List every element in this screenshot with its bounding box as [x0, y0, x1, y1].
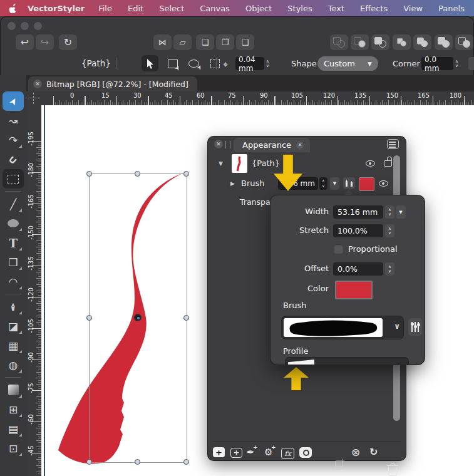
- panel-drag-handle-icon[interactable]: [225, 141, 230, 148]
- flip-horizontal-icon[interactable]: ⋈: [153, 34, 172, 50]
- close-panel-icon[interactable]: ✕: [214, 140, 223, 148]
- document-tab[interactable]: ✕ Bitmap [RGB] [@72.2%] - [Modified]: [28, 76, 197, 91]
- stroke-size-stepper[interactable]: ∧∨: [264, 57, 272, 70]
- snapshot-button[interactable]: [299, 447, 312, 458]
- add-effect-button[interactable]: ⚙+: [264, 447, 272, 458]
- remove-button[interactable]: ⊗: [351, 446, 360, 458]
- selection-handle-bottom-left[interactable]: [86, 459, 92, 465]
- brush-color-swatch[interactable]: [359, 177, 374, 191]
- profile-preview[interactable]: [286, 358, 408, 365]
- add-style-button[interactable]: +: [230, 448, 242, 458]
- stroke-size-field[interactable]: 0.04 mm: [235, 57, 264, 70]
- selection-handle-top-center[interactable]: [135, 171, 140, 177]
- selection-handle-middle-left[interactable]: [86, 315, 92, 321]
- lasso-selection-tool-button[interactable]: ➤: [185, 55, 202, 71]
- corner-stepper[interactable]: ∧∨: [453, 57, 461, 70]
- shape-tool[interactable]: ❒: [3, 252, 24, 272]
- menu-item[interactable]: Canvas: [200, 4, 230, 13]
- chevron-down-icon[interactable]: ∨: [394, 322, 400, 331]
- brush-sliders-icon[interactable]: [408, 318, 422, 336]
- ruler-origin-corner[interactable]: [26, 91, 41, 105]
- boolean-intersect-icon[interactable]: [393, 34, 411, 50]
- disclosure-closed-icon[interactable]: ▶: [230, 180, 235, 187]
- text-tool[interactable]: T: [3, 233, 24, 252]
- line-tool[interactable]: ╱: [3, 194, 24, 214]
- bend-tool[interactable]: ↷: [3, 130, 24, 150]
- offset-field[interactable]: 0.0%: [333, 262, 383, 276]
- sync-button[interactable]: ↻: [59, 34, 77, 50]
- menu-item[interactable]: View: [403, 4, 423, 13]
- node-editing-tool[interactable]: ↝: [3, 111, 24, 130]
- add-stroke-button[interactable]: ✒+: [247, 447, 255, 458]
- menu-item[interactable]: Text: [328, 4, 344, 13]
- shape-dropdown[interactable]: Custom ▼: [317, 56, 378, 71]
- boolean-trim-icon[interactable]: [455, 34, 473, 50]
- disclosure-open-icon[interactable]: ▼: [219, 160, 223, 167]
- selection-handle-middle-right[interactable]: [183, 315, 189, 321]
- menu-item[interactable]: Object: [245, 4, 272, 13]
- close-tab-icon[interactable]: ✕: [33, 80, 42, 88]
- add-fx-button[interactable]: fx: [281, 448, 294, 459]
- panel-menu-icon[interactable]: [387, 139, 399, 149]
- brush-row[interactable]: ▶ Brush .16 mm ∧∨ ▼: [208, 177, 406, 193]
- visibility-eye-icon[interactable]: [366, 160, 375, 167]
- warp-tool[interactable]: ◍: [3, 355, 24, 375]
- width-dropdown[interactable]: ▼: [396, 205, 406, 219]
- duplicate-button[interactable]: [335, 458, 345, 467]
- width-field[interactable]: 53.16 mm: [333, 205, 383, 219]
- selection-handle-top-right[interactable]: [183, 171, 189, 177]
- boolean-merge-icon[interactable]: [351, 34, 369, 50]
- path-item-row[interactable]: ▼ {Path}: [208, 154, 406, 175]
- brush-width-stepper[interactable]: ∧∨: [319, 177, 327, 190]
- redo-button[interactable]: ↪: [36, 34, 54, 50]
- ellipse-tool[interactable]: [3, 214, 24, 233]
- brush-options-icon[interactable]: [343, 177, 355, 189]
- brush-width-dropdown[interactable]: ▼: [330, 177, 339, 190]
- proportional-checkbox[interactable]: [334, 244, 343, 254]
- menu-item[interactable]: Edit: [128, 4, 143, 13]
- curve-tool[interactable]: ◠: [3, 272, 24, 291]
- pattern-brush-tool[interactable]: ▦: [3, 336, 24, 355]
- add-item-button[interactable]: +: [213, 447, 225, 457]
- selection-center-anchor[interactable]: [134, 314, 142, 321]
- apple-menu-icon[interactable]: [9, 3, 18, 13]
- frame-tool[interactable]: ⊡: [3, 438, 24, 458]
- hatch-tool[interactable]: ▤: [3, 419, 24, 438]
- menu-item[interactable]: Panels: [438, 4, 465, 13]
- replace-button[interactable]: ↻: [369, 446, 378, 458]
- selection-tool-button[interactable]: [142, 55, 158, 71]
- transform-copy-icon[interactable]: ❑: [236, 34, 254, 50]
- selection-tool[interactable]: ➤: [3, 91, 24, 111]
- transform-move-icon[interactable]: ❐: [216, 34, 234, 50]
- selection-handle-bottom-right[interactable]: [183, 459, 189, 465]
- menu-item[interactable]: Effects: [360, 4, 388, 13]
- close-window-button[interactable]: [8, 22, 16, 30]
- brush-preview-dropdown[interactable]: ∨: [282, 316, 403, 339]
- unlock-icon[interactable]: [384, 160, 392, 167]
- direct-selection-tool-button[interactable]: ➤: [164, 55, 181, 71]
- transform-frame-tool-button[interactable]: [207, 55, 224, 71]
- undo-button[interactable]: ↩: [16, 34, 34, 50]
- app-menu-title[interactable]: VectorStyler: [28, 4, 85, 13]
- transform-rotate-icon[interactable]: ❏: [196, 34, 214, 50]
- mesh-tool[interactable]: ⊞: [3, 400, 24, 419]
- delete-icon[interactable]: [388, 467, 397, 476]
- menu-item[interactable]: File: [98, 4, 112, 13]
- stretch-field[interactable]: 100.0%: [333, 224, 383, 237]
- boolean-divide-icon[interactable]: [435, 34, 453, 50]
- minimize-window-button[interactable]: [21, 22, 29, 30]
- knife-tool[interactable]: ◪: [3, 316, 24, 336]
- vector-brush-tool[interactable]: ✒: [3, 297, 24, 316]
- gradient-tool[interactable]: [3, 380, 24, 400]
- appearance-tab[interactable]: Appearance ✕: [234, 138, 310, 152]
- menu-item[interactable]: Select: [159, 4, 184, 13]
- close-tab-icon[interactable]: ✕: [296, 142, 304, 149]
- marquee-zoom-tool[interactable]: [3, 169, 24, 189]
- overflow-button[interactable]: [468, 57, 474, 70]
- stretch-stepper[interactable]: ∧∨: [385, 224, 394, 237]
- visibility-eye-icon[interactable]: [379, 180, 388, 187]
- offset-stepper[interactable]: ∧∨: [385, 262, 394, 276]
- magnet-tool[interactable]: ∪: [3, 150, 24, 169]
- shear-icon[interactable]: ▱: [173, 34, 192, 50]
- selection-handle-bottom-center[interactable]: [135, 459, 140, 465]
